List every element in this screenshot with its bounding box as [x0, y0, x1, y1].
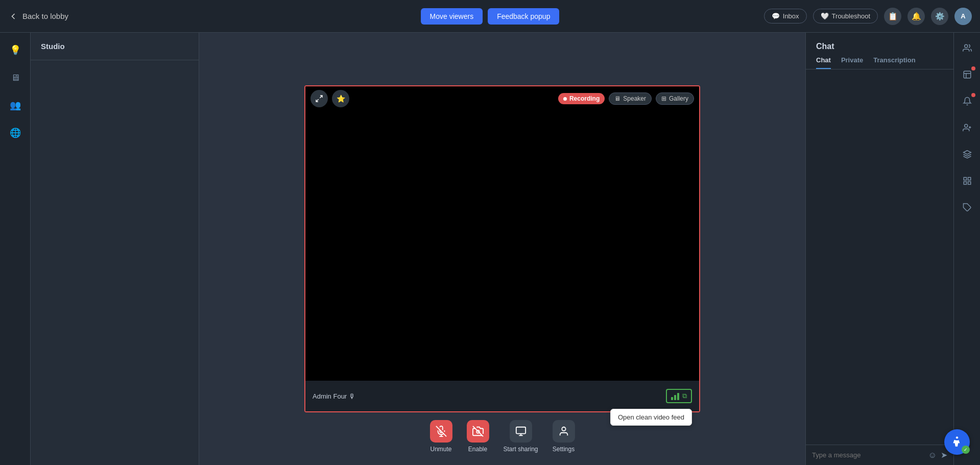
settings-icon-button[interactable]: ⚙️ — [931, 8, 948, 25]
signal-area: ⧉ Open clean video feed — [666, 389, 692, 403]
tab-private[interactable]: Private — [841, 56, 863, 69]
admin-label: Admin Four 🎙 — [313, 392, 355, 400]
signal-box[interactable]: ⧉ — [666, 389, 692, 403]
clipboard-icon-button[interactable]: 📋 — [884, 8, 901, 25]
bell-icon-button[interactable]: 🔔 — [907, 8, 925, 25]
svg-rect-20 — [964, 182, 966, 184]
svg-rect-19 — [968, 182, 970, 184]
alerts-badge — [971, 93, 975, 97]
chat-panel: Chat Chat Private Transcription ☺ ➤ — [805, 33, 953, 465]
start-sharing-button[interactable]: Start sharing — [503, 420, 538, 453]
gallery-view-button[interactable]: ⊞ Gallery — [656, 92, 694, 105]
video-bottom-bar: Admin Four 🎙 ⧉ Open clean video feed — [305, 381, 699, 411]
sidebar-icon-analytics[interactable] — [958, 65, 976, 84]
send-icon[interactable]: ➤ — [941, 450, 947, 460]
chat-title: Chat — [816, 42, 943, 51]
gallery-label: Gallery — [669, 95, 688, 102]
svg-line-0 — [320, 96, 322, 98]
speaker-label: Speaker — [623, 95, 646, 102]
svg-point-13 — [964, 124, 967, 127]
svg-point-11 — [964, 44, 967, 48]
star-button[interactable]: ⭐ — [332, 90, 349, 107]
chat-tabs: Chat Private Transcription — [816, 51, 943, 69]
sidebar-icon-tags[interactable] — [958, 198, 976, 217]
studio-panel: Studio — [31, 33, 199, 465]
move-viewers-button[interactable]: Move viewers — [421, 8, 483, 25]
sidebar-icon-layers[interactable] — [958, 145, 976, 164]
accessibility-button[interactable]: ✓ — [944, 429, 970, 455]
start-sharing-label: Start sharing — [503, 446, 538, 453]
far-right-sidebar — [953, 33, 980, 465]
analytics-badge — [971, 66, 975, 71]
video-area: ⭐ Recording 🖥 Speaker ⊞ Gallery Admin — [199, 33, 805, 465]
top-nav: Back to lobby Move viewers Feedback popu… — [0, 0, 980, 33]
recording-dot — [563, 97, 567, 101]
chat-input-area: ☺ ➤ — [806, 445, 953, 465]
expand-button[interactable] — [310, 90, 328, 107]
settings-label: Settings — [553, 446, 575, 453]
sidebar-icon-monitor[interactable]: 🖥 — [6, 68, 25, 87]
video-screen — [305, 111, 699, 381]
unmute-label: Unmute — [430, 446, 451, 453]
top-right-actions: 💬 Inbox 🤍 Troubleshoot 📋 🔔 ⚙️ A — [764, 8, 972, 25]
center-buttons: Move viewers Feedback popup — [421, 8, 560, 25]
svg-line-5 — [472, 426, 483, 436]
recording-badge: Recording — [558, 93, 605, 104]
speaker-view-button[interactable]: 🖥 Speaker — [609, 92, 652, 105]
back-label: Back to lobby — [22, 12, 68, 20]
troubleshoot-button[interactable]: 🤍 Troubleshoot — [813, 9, 878, 24]
chat-header: Chat Chat Private Transcription — [806, 33, 953, 69]
signal-bars — [671, 392, 679, 400]
svg-line-1 — [316, 99, 319, 102]
settings-button[interactable]: Settings — [553, 420, 575, 453]
accessibility-icon — [950, 435, 964, 449]
left-sidebar: 💡 🖥 👥 🌐 — [0, 33, 31, 465]
person-settings-icon — [553, 420, 575, 443]
studio-title: Studio — [31, 33, 199, 60]
feedback-popup-button[interactable]: Feedback popup — [488, 8, 559, 25]
svg-point-22 — [956, 436, 958, 438]
accessibility-check-badge: ✓ — [962, 446, 970, 454]
grid-icon: ⊞ — [661, 95, 666, 102]
sidebar-icon-bulb[interactable]: 💡 — [6, 41, 25, 59]
sidebar-icon-users-panel[interactable] — [958, 39, 976, 57]
camera-off-icon — [466, 420, 489, 443]
signal-bar-2 — [674, 395, 676, 400]
monitor-icon: 🖥 — [614, 95, 620, 102]
svg-marker-16 — [963, 151, 971, 155]
sidebar-icon-guests[interactable] — [958, 119, 976, 137]
video-container: ⭐ Recording 🖥 Speaker ⊞ Gallery Admin — [304, 85, 700, 412]
svg-rect-7 — [516, 427, 525, 434]
enable-camera-button[interactable]: Enable — [466, 420, 489, 453]
inbox-label: Inbox — [783, 12, 799, 20]
tab-chat[interactable]: Chat — [816, 56, 831, 69]
external-link-icon: ⧉ — [682, 392, 687, 400]
signal-bar-1 — [671, 397, 673, 400]
share-screen-icon — [509, 420, 532, 443]
troubleshoot-label: Troubleshoot — [832, 12, 870, 20]
emoji-icon[interactable]: ☺ — [928, 451, 937, 460]
unmute-button[interactable]: Unmute — [429, 420, 452, 453]
inbox-button[interactable]: 💬 Inbox — [764, 9, 807, 24]
chat-bubble-icon: 💬 — [772, 12, 780, 20]
main-content: 💡 🖥 👥 🌐 Studio ⭐ Recording — [0, 33, 980, 465]
avatar[interactable]: A — [954, 8, 972, 25]
bottom-controls: Unmute Enable — [429, 420, 575, 453]
recording-label: Recording — [569, 95, 600, 102]
sidebar-icon-grid[interactable] — [958, 172, 976, 190]
open-feed-tooltip: Open clean video feed — [610, 409, 692, 426]
video-top-bar: ⭐ Recording 🖥 Speaker ⊞ Gallery — [305, 86, 699, 111]
svg-rect-18 — [968, 177, 970, 180]
back-to-lobby-button[interactable]: Back to lobby — [8, 11, 68, 21]
chat-body — [806, 69, 953, 445]
sidebar-icon-alerts[interactable] — [958, 92, 976, 110]
chat-input[interactable] — [812, 451, 924, 459]
arrow-left-icon — [8, 11, 18, 21]
svg-point-10 — [562, 427, 565, 431]
enable-label: Enable — [468, 446, 487, 453]
sidebar-icon-globe[interactable]: 🌐 — [6, 124, 25, 142]
svg-rect-17 — [964, 177, 966, 180]
tab-transcription[interactable]: Transcription — [873, 56, 915, 69]
sidebar-icon-users[interactable]: 👥 — [6, 96, 25, 114]
heart-icon: 🤍 — [821, 12, 829, 20]
